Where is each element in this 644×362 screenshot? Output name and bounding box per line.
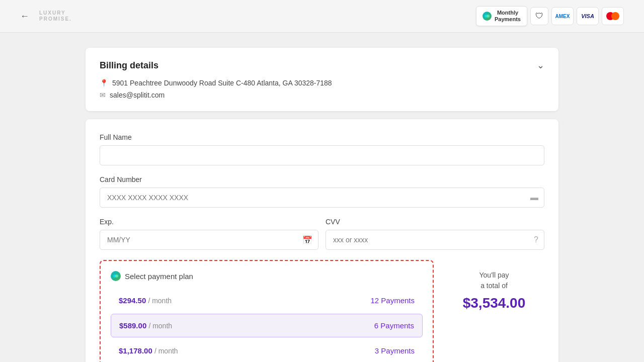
billing-email-row: ✉ sales@splitit.com xyxy=(100,91,544,99)
email-icon: ✉ xyxy=(100,91,106,99)
calendar-icon: 📅 xyxy=(302,235,312,245)
billing-info: 📍 5901 Peachtree Dunwoody Road Suite C-4… xyxy=(100,79,544,99)
billing-email: sales@splitit.com xyxy=(110,91,165,99)
cvv-group: CVV ? xyxy=(326,218,544,250)
mastercard-icon xyxy=(602,7,624,25)
plan-option-12[interactable]: $294.50 / month 12 Payments xyxy=(111,289,423,312)
full-name-input[interactable] xyxy=(100,145,544,165)
plan-payments-6: 6 Payments xyxy=(374,321,414,330)
plan-payments-12: 12 Payments xyxy=(370,296,415,305)
back-arrow-icon: ← xyxy=(20,11,29,22)
payment-plan-box: Select payment plan $294.50 / month 12 P… xyxy=(100,260,434,362)
plan-option-3[interactable]: $1,178.00 / month 3 Payments xyxy=(111,339,423,362)
logo: LUXURY PROMISE. xyxy=(39,10,72,22)
plan-payments-3: 3 Payments xyxy=(375,346,415,355)
billing-details-card: Billing details ⌄ 📍 5901 Peachtree Dunwo… xyxy=(86,48,558,111)
monthly-payments-label: Monthly Payments xyxy=(495,10,521,23)
card-input-icon: ▬ xyxy=(530,193,538,202)
card-number-wrap: ▬ xyxy=(100,188,544,208)
header-right: Monthly Payments 🛡 AMEX VISA xyxy=(476,6,624,26)
security-shield-icon: 🛡 xyxy=(530,7,548,25)
exp-label: Exp. xyxy=(100,218,318,226)
monthly-payments-button[interactable]: Monthly Payments xyxy=(476,6,527,26)
full-name-label: Full Name xyxy=(100,133,544,141)
header: ← LUXURY PROMISE. Monthly Payments 🛡 AME… xyxy=(0,0,644,33)
cvv-label: CVV xyxy=(326,218,544,226)
total-section: You'll pay a total of $3,534.00 xyxy=(444,260,544,321)
help-icon: ? xyxy=(534,235,538,244)
total-label: You'll pay a total of xyxy=(454,270,534,291)
svg-point-1 xyxy=(487,15,490,18)
plan-splitit-icon xyxy=(111,271,121,281)
plan-header: Select payment plan xyxy=(111,271,423,281)
header-left: ← LUXURY PROMISE. xyxy=(20,10,72,22)
exp-group: Exp. 📅 xyxy=(100,218,318,250)
billing-header: Billing details ⌄ xyxy=(100,60,544,71)
billing-address: 5901 Peachtree Dunwoody Road Suite C-480… xyxy=(112,79,332,87)
card-number-group: Card Number ▬ xyxy=(100,175,544,208)
plan-option-6[interactable]: $589.00 / month 6 Payments xyxy=(111,314,423,337)
exp-wrap: 📅 xyxy=(100,230,318,250)
exp-cvv-row: Exp. 📅 CVV ? xyxy=(100,218,544,250)
billing-title: Billing details xyxy=(100,60,158,71)
visa-card-icon: VISA xyxy=(577,7,599,25)
svg-point-3 xyxy=(115,275,118,278)
total-amount: $3,534.00 xyxy=(454,295,534,311)
full-name-group: Full Name xyxy=(100,133,544,165)
card-number-input[interactable] xyxy=(100,188,544,208)
plan-amount-6: $589.00 / month xyxy=(119,321,172,330)
plan-amount-12: $294.50 / month xyxy=(119,296,172,305)
splitit-logo-icon xyxy=(482,12,492,21)
plan-amount-3: $1,178.00 / month xyxy=(119,346,178,355)
plan-header-label: Select payment plan xyxy=(125,272,193,281)
amex-card-icon: AMEX xyxy=(551,7,574,25)
card-number-label: Card Number xyxy=(100,175,544,184)
payment-form-card: Full Name Card Number ▬ Exp. 📅 CVV xyxy=(86,119,558,362)
exp-input[interactable] xyxy=(100,230,318,250)
location-icon: 📍 xyxy=(100,79,108,87)
payment-layout: Select payment plan $294.50 / month 12 P… xyxy=(100,260,544,362)
cvv-wrap: ? xyxy=(326,230,544,250)
main-content: Billing details ⌄ 📍 5901 Peachtree Dunwo… xyxy=(75,33,569,362)
chevron-down-icon[interactable]: ⌄ xyxy=(537,60,544,71)
billing-address-row: 📍 5901 Peachtree Dunwoody Road Suite C-4… xyxy=(100,79,544,87)
cvv-input[interactable] xyxy=(326,230,544,250)
back-button[interactable]: ← xyxy=(20,11,29,22)
